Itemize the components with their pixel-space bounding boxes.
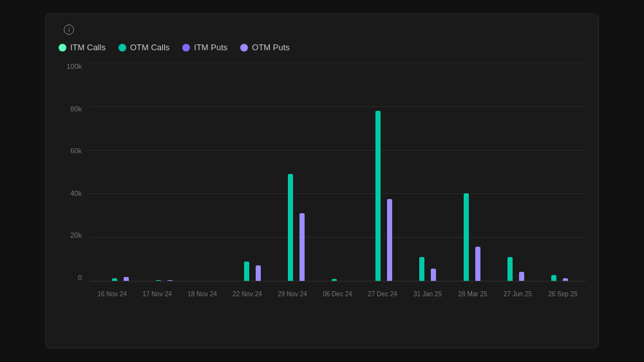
bar-otmCalls-8 (464, 193, 469, 281)
y-label-1: 80k (59, 105, 86, 113)
y-label-3: 40k (59, 189, 86, 197)
x-label-9: 27 Jun 25 (495, 291, 540, 298)
bar-otmPuts-9 (519, 272, 524, 281)
x-label-10: 26 Sep 25 (540, 291, 585, 298)
legend-dot-otm-calls (118, 44, 126, 52)
bar-group-9 (491, 62, 535, 281)
legend-item-otm-calls[interactable]: OTM Calls (118, 43, 169, 52)
legend-label-itm-puts: ITM Puts (194, 43, 227, 52)
bar-otmCalls-9 (507, 257, 513, 281)
x-label-6: 27 Dec 24 (360, 291, 405, 298)
chart-header: i (59, 24, 585, 35)
legend-item-itm-calls[interactable]: ITM Calls (59, 43, 106, 52)
x-axis: 16 Nov 2417 Nov 2418 Nov 2422 Nov 2429 N… (90, 281, 585, 307)
bar-group-8 (448, 62, 491, 281)
x-label-4: 29 Nov 24 (270, 291, 315, 298)
bar-group-0 (96, 62, 140, 281)
chart-area: 100k80k60k40k20k0 16 Nov 2417 Nov 2418 N… (59, 62, 585, 307)
y-label-5: 0 (59, 274, 86, 281)
bar-otmCalls-7 (419, 257, 424, 281)
bar-group-5 (316, 62, 359, 281)
bars-area (90, 62, 585, 281)
bar-group-10 (535, 62, 579, 281)
info-icon[interactable]: i (64, 24, 74, 35)
x-label-3: 22 Nov 24 (225, 291, 270, 298)
legend: ITM CallsOTM CallsITM PutsOTM Puts (59, 43, 585, 52)
bar-otmPuts-0 (124, 277, 129, 281)
bar-otmCalls-5 (332, 279, 337, 281)
bar-group-4 (272, 62, 316, 281)
y-label-2: 60k (59, 147, 86, 155)
bar-otmPuts-10 (563, 278, 568, 281)
legend-label-otm-calls: OTM Calls (130, 43, 169, 52)
legend-dot-itm-calls (59, 44, 66, 52)
bar-otmCalls-1 (156, 280, 161, 281)
x-label-8: 28 Mar 25 (450, 291, 495, 298)
bar-otmCalls-4 (288, 174, 293, 281)
x-label-0: 16 Nov 24 (90, 291, 135, 298)
x-label-7: 31 Jan 25 (405, 291, 450, 298)
legend-item-itm-puts[interactable]: ITM Puts (182, 43, 227, 52)
x-label-2: 18 Nov 24 (180, 291, 225, 298)
bar-otmPuts-6 (387, 199, 392, 281)
legend-label-itm-calls: ITM Calls (70, 43, 106, 52)
bar-group-7 (403, 62, 447, 281)
bar-group-1 (140, 62, 184, 281)
legend-dot-otm-puts (240, 44, 248, 52)
chart-title-row: i (59, 24, 74, 35)
bar-otmPuts-4 (299, 213, 305, 281)
bar-otmPuts-3 (256, 265, 261, 281)
bar-otmCalls-0 (112, 278, 117, 281)
y-label-4: 20k (59, 231, 86, 239)
legend-label-otm-puts: OTM Puts (252, 43, 290, 52)
bar-otmCalls-3 (244, 262, 249, 281)
chart-container: i ITM CallsOTM CallsITM PutsOTM Puts 100… (45, 14, 599, 348)
bar-otmCalls-6 (375, 111, 381, 281)
bar-group-3 (228, 62, 272, 281)
x-label-5: 06 Dec 24 (315, 291, 360, 298)
y-axis: 100k80k60k40k20k0 (59, 62, 86, 281)
bar-otmPuts-7 (431, 269, 436, 281)
x-label-1: 17 Nov 24 (135, 291, 180, 298)
bar-otmPuts-8 (475, 247, 480, 281)
bar-group-2 (184, 62, 227, 281)
y-label-0: 100k (59, 62, 86, 70)
bar-otmPuts-1 (167, 280, 173, 281)
bar-otmCalls-10 (551, 275, 556, 281)
legend-dot-itm-puts (182, 44, 190, 52)
bar-group-6 (359, 62, 403, 281)
chart-inner (90, 62, 585, 281)
legend-item-otm-puts[interactable]: OTM Puts (240, 43, 290, 52)
